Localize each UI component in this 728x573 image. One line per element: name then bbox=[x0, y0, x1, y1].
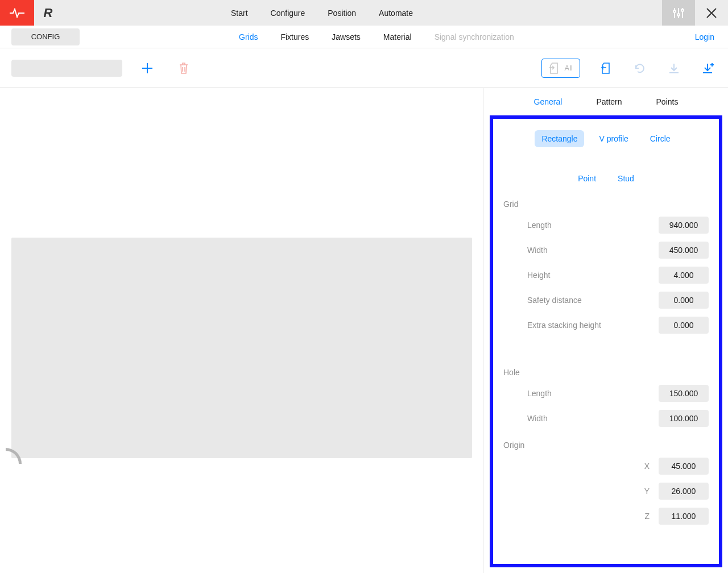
field-grid-length: Length bbox=[503, 217, 709, 234]
label-hole-width: Width bbox=[527, 414, 548, 423]
field-hole-length: Length bbox=[503, 385, 709, 402]
canvas[interactable] bbox=[11, 238, 472, 458]
shape-point[interactable]: Point bbox=[571, 170, 603, 187]
all-label: All bbox=[565, 64, 573, 72]
nav-automate[interactable]: Automate bbox=[379, 9, 413, 18]
login-link[interactable]: Login bbox=[695, 32, 714, 41]
download-plus-icon bbox=[701, 62, 715, 74]
origin-arc-icon bbox=[6, 448, 22, 464]
logo-r: R bbox=[34, 0, 61, 26]
main: General Pattern Points Rectangle V profi… bbox=[0, 88, 728, 573]
field-grid-extra: Extra stacking height bbox=[503, 317, 709, 334]
svg-point-3 bbox=[677, 14, 680, 16]
export-file-icon bbox=[549, 63, 559, 74]
pulse-icon bbox=[9, 8, 25, 18]
panel-tabs: General Pattern Points bbox=[484, 88, 728, 115]
nav-position[interactable]: Position bbox=[328, 9, 356, 18]
topbar: R Start Configure Position Automate bbox=[0, 0, 728, 26]
label-grid-safety: Safety distance bbox=[527, 296, 582, 305]
field-grid-safety: Safety distance bbox=[503, 292, 709, 309]
shape-rectangle[interactable]: Rectangle bbox=[535, 130, 584, 147]
label-hole-length: Length bbox=[527, 389, 552, 398]
refresh-button[interactable] bbox=[631, 60, 648, 77]
label-origin-y: Y bbox=[644, 487, 650, 496]
sliders-icon bbox=[672, 7, 685, 19]
shape-tabs: Rectangle V profile Circle Point Stud bbox=[503, 130, 709, 187]
add-button[interactable] bbox=[136, 57, 159, 80]
download-plus-button[interactable] bbox=[700, 60, 717, 77]
field-hole-width: Width bbox=[503, 410, 709, 427]
input-hole-width[interactable] bbox=[659, 410, 709, 427]
field-grid-width: Width bbox=[503, 242, 709, 259]
toolbar-right: All bbox=[541, 59, 717, 78]
secondary-nav: Grids Fixtures Jawsets Material Signal s… bbox=[239, 32, 514, 41]
input-origin-x[interactable] bbox=[659, 458, 709, 475]
label-origin-x: X bbox=[644, 462, 650, 471]
nav-start[interactable]: Start bbox=[231, 9, 248, 18]
input-grid-height[interactable] bbox=[659, 267, 709, 284]
export-all-button[interactable]: All bbox=[541, 59, 580, 78]
tab-general[interactable]: General bbox=[534, 97, 562, 106]
field-origin-y: Y bbox=[503, 483, 709, 500]
section-hole-title: Hole bbox=[503, 368, 709, 377]
label-grid-length: Length bbox=[527, 221, 552, 230]
topbar-left: R bbox=[0, 0, 61, 26]
tab-points[interactable]: Points bbox=[656, 97, 679, 106]
input-origin-y[interactable] bbox=[659, 483, 709, 500]
shape-circle[interactable]: Circle bbox=[643, 130, 677, 147]
nav-configure[interactable]: Configure bbox=[271, 9, 305, 18]
svg-point-5 bbox=[681, 9, 684, 11]
secnav-signal-sync: Signal synchronization bbox=[435, 32, 514, 41]
plus-icon bbox=[141, 62, 154, 74]
input-grid-width[interactable] bbox=[659, 242, 709, 259]
field-origin-z: Z bbox=[503, 508, 709, 525]
shape-stud[interactable]: Stud bbox=[611, 170, 641, 187]
download-button[interactable] bbox=[665, 60, 682, 77]
section-origin-title: Origin bbox=[503, 441, 709, 450]
secnav-jawsets[interactable]: Jawsets bbox=[332, 32, 361, 41]
topbar-right bbox=[662, 0, 728, 26]
name-input[interactable] bbox=[11, 60, 122, 77]
close-button[interactable] bbox=[695, 0, 728, 26]
settings-sliders-button[interactable] bbox=[662, 0, 695, 26]
input-grid-length[interactable] bbox=[659, 217, 709, 234]
topnav: Start Configure Position Automate bbox=[61, 9, 662, 18]
input-origin-z[interactable] bbox=[659, 508, 709, 525]
input-grid-extra[interactable] bbox=[659, 317, 709, 334]
download-icon bbox=[668, 62, 680, 74]
label-grid-extra: Extra stacking height bbox=[527, 321, 601, 330]
secondary-bar: CONFIG Grids Fixtures Jawsets Material S… bbox=[0, 26, 728, 48]
canvas-area bbox=[0, 88, 484, 573]
import-button[interactable] bbox=[597, 60, 614, 77]
delete-button[interactable] bbox=[172, 57, 195, 80]
label-origin-z: Z bbox=[644, 512, 650, 521]
general-panel-content: Rectangle V profile Circle Point Stud Gr… bbox=[490, 115, 722, 567]
field-origin-x: X bbox=[503, 458, 709, 475]
input-hole-length[interactable] bbox=[659, 385, 709, 402]
brand-red-box[interactable] bbox=[0, 0, 34, 26]
right-panel: General Pattern Points Rectangle V profi… bbox=[484, 88, 728, 573]
label-grid-width: Width bbox=[527, 246, 548, 255]
input-grid-safety[interactable] bbox=[659, 292, 709, 309]
tab-pattern[interactable]: Pattern bbox=[596, 97, 622, 106]
shape-vprofile[interactable]: V profile bbox=[592, 130, 635, 147]
label-grid-height: Height bbox=[527, 271, 550, 280]
close-icon bbox=[706, 7, 717, 19]
svg-point-1 bbox=[673, 10, 676, 13]
field-grid-height: Height bbox=[503, 267, 709, 284]
toolbar: All bbox=[0, 48, 728, 88]
secnav-grids[interactable]: Grids bbox=[239, 32, 258, 41]
trash-icon bbox=[178, 62, 189, 74]
refresh-icon bbox=[634, 62, 646, 74]
config-button[interactable]: CONFIG bbox=[11, 28, 80, 45]
secnav-material[interactable]: Material bbox=[383, 32, 412, 41]
secnav-fixtures[interactable]: Fixtures bbox=[280, 32, 309, 41]
import-file-icon bbox=[601, 63, 611, 74]
section-grid-title: Grid bbox=[503, 200, 709, 209]
